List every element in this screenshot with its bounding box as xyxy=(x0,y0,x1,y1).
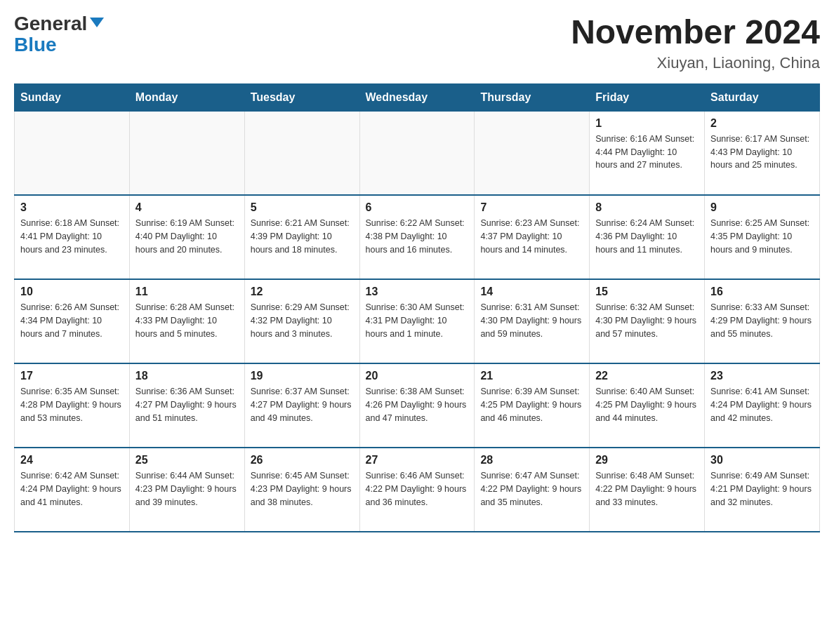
day-info: Sunrise: 6:37 AM Sunset: 4:27 PM Dayligh… xyxy=(251,385,354,424)
calendar-cell: 17Sunrise: 6:35 AM Sunset: 4:28 PM Dayli… xyxy=(15,363,130,448)
calendar-table: SundayMondayTuesdayWednesdayThursdayFrid… xyxy=(14,83,820,533)
calendar-cell: 9Sunrise: 6:25 AM Sunset: 4:35 PM Daylig… xyxy=(705,195,820,279)
title-area: November 2024 Xiuyan, Liaoning, China xyxy=(571,14,820,72)
calendar-cell xyxy=(129,111,244,195)
calendar-cell: 19Sunrise: 6:37 AM Sunset: 4:27 PM Dayli… xyxy=(244,363,359,448)
day-info: Sunrise: 6:32 AM Sunset: 4:30 PM Dayligh… xyxy=(595,301,699,340)
calendar-cell: 23Sunrise: 6:41 AM Sunset: 4:24 PM Dayli… xyxy=(705,363,820,448)
calendar-cell xyxy=(15,111,130,195)
day-number: 16 xyxy=(710,286,814,298)
calendar-cell: 11Sunrise: 6:28 AM Sunset: 4:33 PM Dayli… xyxy=(129,279,244,363)
day-number: 30 xyxy=(710,454,814,467)
day-number: 3 xyxy=(20,201,124,214)
logo: General Blue xyxy=(14,14,104,55)
calendar-cell: 10Sunrise: 6:26 AM Sunset: 4:34 PM Dayli… xyxy=(15,279,130,363)
calendar-cell: 22Sunrise: 6:40 AM Sunset: 4:25 PM Dayli… xyxy=(590,363,705,448)
day-info: Sunrise: 6:40 AM Sunset: 4:25 PM Dayligh… xyxy=(595,385,699,424)
day-number: 21 xyxy=(480,370,583,382)
day-number: 28 xyxy=(480,454,583,467)
day-number: 26 xyxy=(251,454,354,467)
calendar-cell xyxy=(475,111,590,195)
calendar-cell: 3Sunrise: 6:18 AM Sunset: 4:41 PM Daylig… xyxy=(15,195,130,279)
calendar-cell: 7Sunrise: 6:23 AM Sunset: 4:37 PM Daylig… xyxy=(475,195,590,279)
calendar-week-row: 1Sunrise: 6:16 AM Sunset: 4:44 PM Daylig… xyxy=(15,111,820,195)
calendar-cell: 14Sunrise: 6:31 AM Sunset: 4:30 PM Dayli… xyxy=(475,279,590,363)
calendar-cell: 2Sunrise: 6:17 AM Sunset: 4:43 PM Daylig… xyxy=(705,111,820,195)
day-number: 1 xyxy=(595,117,699,130)
calendar-week-row: 3Sunrise: 6:18 AM Sunset: 4:41 PM Daylig… xyxy=(15,195,820,279)
day-number: 10 xyxy=(20,286,124,298)
calendar-cell: 25Sunrise: 6:44 AM Sunset: 4:23 PM Dayli… xyxy=(129,448,244,532)
day-number: 27 xyxy=(366,454,469,467)
day-info: Sunrise: 6:26 AM Sunset: 4:34 PM Dayligh… xyxy=(20,301,124,340)
calendar-week-row: 24Sunrise: 6:42 AM Sunset: 4:24 PM Dayli… xyxy=(15,448,820,532)
day-number: 18 xyxy=(135,370,239,382)
day-number: 19 xyxy=(251,370,354,382)
month-title: November 2024 xyxy=(571,14,820,51)
calendar-cell: 12Sunrise: 6:29 AM Sunset: 4:32 PM Dayli… xyxy=(244,279,359,363)
day-info: Sunrise: 6:30 AM Sunset: 4:31 PM Dayligh… xyxy=(366,301,469,340)
day-number: 11 xyxy=(135,286,239,298)
day-info: Sunrise: 6:29 AM Sunset: 4:32 PM Dayligh… xyxy=(251,301,354,340)
day-info: Sunrise: 6:44 AM Sunset: 4:23 PM Dayligh… xyxy=(135,469,239,509)
calendar-cell: 30Sunrise: 6:49 AM Sunset: 4:21 PM Dayli… xyxy=(705,448,820,532)
day-info: Sunrise: 6:45 AM Sunset: 4:23 PM Dayligh… xyxy=(251,469,354,509)
day-number: 6 xyxy=(366,201,469,214)
logo-general-text: General xyxy=(14,14,87,34)
day-number: 9 xyxy=(710,201,814,214)
day-info: Sunrise: 6:42 AM Sunset: 4:24 PM Dayligh… xyxy=(20,469,124,509)
weekday-header-friday: Friday xyxy=(590,83,705,111)
day-info: Sunrise: 6:23 AM Sunset: 4:37 PM Dayligh… xyxy=(480,217,583,256)
day-number: 8 xyxy=(595,201,699,214)
weekday-header-monday: Monday xyxy=(129,83,244,111)
day-info: Sunrise: 6:31 AM Sunset: 4:30 PM Dayligh… xyxy=(480,301,583,340)
calendar-cell: 8Sunrise: 6:24 AM Sunset: 4:36 PM Daylig… xyxy=(590,195,705,279)
day-number: 22 xyxy=(595,370,699,382)
weekday-header-thursday: Thursday xyxy=(475,83,590,111)
day-info: Sunrise: 6:33 AM Sunset: 4:29 PM Dayligh… xyxy=(710,301,814,340)
calendar-cell: 18Sunrise: 6:36 AM Sunset: 4:27 PM Dayli… xyxy=(129,363,244,448)
day-info: Sunrise: 6:38 AM Sunset: 4:26 PM Dayligh… xyxy=(366,385,469,424)
day-number: 17 xyxy=(20,370,124,382)
logo-triangle-icon xyxy=(90,18,104,27)
day-info: Sunrise: 6:24 AM Sunset: 4:36 PM Dayligh… xyxy=(595,217,699,256)
calendar-cell: 21Sunrise: 6:39 AM Sunset: 4:25 PM Dayli… xyxy=(475,363,590,448)
calendar-cell: 16Sunrise: 6:33 AM Sunset: 4:29 PM Dayli… xyxy=(705,279,820,363)
day-number: 15 xyxy=(595,286,699,298)
day-number: 4 xyxy=(135,201,239,214)
day-number: 7 xyxy=(480,201,583,214)
day-number: 20 xyxy=(366,370,469,382)
calendar-cell: 4Sunrise: 6:19 AM Sunset: 4:40 PM Daylig… xyxy=(129,195,244,279)
calendar-week-row: 10Sunrise: 6:26 AM Sunset: 4:34 PM Dayli… xyxy=(15,279,820,363)
day-info: Sunrise: 6:36 AM Sunset: 4:27 PM Dayligh… xyxy=(135,385,239,424)
calendar-cell: 5Sunrise: 6:21 AM Sunset: 4:39 PM Daylig… xyxy=(244,195,359,279)
day-info: Sunrise: 6:39 AM Sunset: 4:25 PM Dayligh… xyxy=(480,385,583,424)
weekday-header-sunday: Sunday xyxy=(15,83,130,111)
day-number: 14 xyxy=(480,286,583,298)
day-number: 24 xyxy=(20,454,124,467)
calendar-cell: 26Sunrise: 6:45 AM Sunset: 4:23 PM Dayli… xyxy=(244,448,359,532)
calendar-cell: 15Sunrise: 6:32 AM Sunset: 4:30 PM Dayli… xyxy=(590,279,705,363)
day-info: Sunrise: 6:18 AM Sunset: 4:41 PM Dayligh… xyxy=(20,217,124,256)
day-number: 12 xyxy=(251,286,354,298)
day-info: Sunrise: 6:16 AM Sunset: 4:44 PM Dayligh… xyxy=(595,133,699,172)
calendar-cell: 29Sunrise: 6:48 AM Sunset: 4:22 PM Dayli… xyxy=(590,448,705,532)
weekday-header-tuesday: Tuesday xyxy=(244,83,359,111)
calendar-cell: 24Sunrise: 6:42 AM Sunset: 4:24 PM Dayli… xyxy=(15,448,130,532)
weekday-header-saturday: Saturday xyxy=(705,83,820,111)
calendar-cell: 27Sunrise: 6:46 AM Sunset: 4:22 PM Dayli… xyxy=(359,448,475,532)
calendar-cell: 13Sunrise: 6:30 AM Sunset: 4:31 PM Dayli… xyxy=(359,279,475,363)
calendar-header-row: SundayMondayTuesdayWednesdayThursdayFrid… xyxy=(15,83,820,111)
day-info: Sunrise: 6:28 AM Sunset: 4:33 PM Dayligh… xyxy=(135,301,239,340)
calendar-cell: 28Sunrise: 6:47 AM Sunset: 4:22 PM Dayli… xyxy=(475,448,590,532)
calendar-cell: 1Sunrise: 6:16 AM Sunset: 4:44 PM Daylig… xyxy=(590,111,705,195)
day-info: Sunrise: 6:21 AM Sunset: 4:39 PM Dayligh… xyxy=(251,217,354,256)
day-info: Sunrise: 6:17 AM Sunset: 4:43 PM Dayligh… xyxy=(710,133,814,172)
day-info: Sunrise: 6:25 AM Sunset: 4:35 PM Dayligh… xyxy=(710,217,814,256)
day-info: Sunrise: 6:48 AM Sunset: 4:22 PM Dayligh… xyxy=(595,469,699,509)
day-number: 5 xyxy=(251,201,354,214)
day-number: 29 xyxy=(595,454,699,467)
day-info: Sunrise: 6:35 AM Sunset: 4:28 PM Dayligh… xyxy=(20,385,124,424)
header: General Blue November 2024 Xiuyan, Liaon… xyxy=(14,14,820,72)
day-info: Sunrise: 6:41 AM Sunset: 4:24 PM Dayligh… xyxy=(710,385,814,424)
